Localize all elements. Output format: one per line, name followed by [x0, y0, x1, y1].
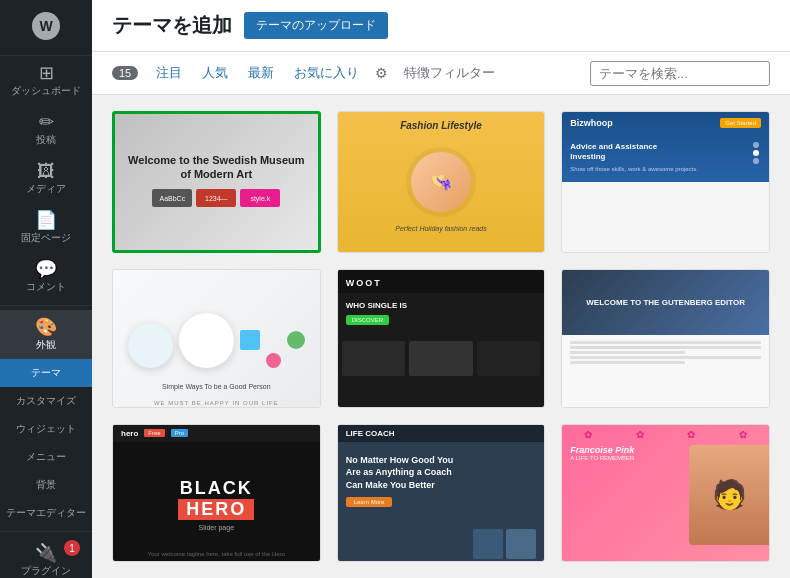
biz-subtext: Show off those skills, work & awesome pr…: [570, 166, 761, 172]
biz-nav-dots: [753, 142, 759, 164]
feature-filter-label[interactable]: 特徴フィルター: [396, 60, 503, 86]
woot-product-2: [409, 341, 473, 376]
tt-color-bars: AaBbCc 1234— style.k: [127, 189, 306, 207]
theme-card-freesia[interactable]: Simple Ways To be a Good Person WE MUST …: [112, 269, 321, 407]
sidebar-item-pages[interactable]: 📄 固定ページ: [0, 203, 92, 252]
life-cta: Learn More: [346, 497, 393, 507]
search-input[interactable]: [590, 61, 770, 86]
sidebar-item-widgets[interactable]: ウィジェット: [0, 415, 92, 443]
pink-title: Francoise Pink: [570, 445, 634, 455]
life-headline: No Matter How Good YouAre as Anything a …: [346, 454, 537, 492]
woot-headline: WHO SINGLE IS: [346, 301, 537, 310]
woot-cta: DISCOVER: [346, 315, 389, 325]
pink-tagline: A LIFE TO REMEMBER: [570, 455, 634, 461]
woot-hero: WHO SINGLE IS DISCOVER: [338, 293, 545, 333]
sidebar-label-theme-editor: テーマエディター: [6, 507, 86, 519]
woot-logo: WOOT: [346, 278, 382, 288]
hero-black-text: BLACK: [178, 478, 254, 499]
theme-card-hero[interactable]: hero Free Pro BLACK HERO Slider page You…: [112, 424, 321, 562]
theme-card-woot[interactable]: WOOT WHO SINGLE IS DISCOVER WOOT: [337, 269, 546, 407]
theme-thumb-biz: Bizwhoop Get Started Advice and Assistan…: [562, 112, 769, 252]
sidebar-item-theme[interactable]: テーマ: [0, 359, 92, 387]
theme-card-life[interactable]: LIFE COACH No Matter How Good YouAre as …: [337, 424, 546, 562]
hero-tag-2: Pro: [171, 429, 188, 437]
hero-nav: hero Free Pro: [113, 425, 320, 442]
pages-icon: 📄: [35, 211, 57, 229]
sidebar-item-dashboard[interactable]: ⊞ ダッシュボード: [0, 56, 92, 105]
life-header: LIFE COACH: [338, 425, 545, 442]
tt-hero-text: Welcome to the Swedish Museum of Modern …: [127, 153, 306, 182]
theme-thumb-pink: ✿ ✿ ✿ ✿ Francoise Pink A LIFE TO REMEMBE…: [562, 425, 769, 562]
sidebar-item-appearance[interactable]: 🎨 外観: [0, 310, 92, 359]
sidebar-label-widgets: ウィジェット: [16, 423, 76, 435]
filter-tab-latest[interactable]: 最新: [240, 60, 282, 86]
emulsion-line-3: [570, 351, 684, 354]
theme-card-emulsion[interactable]: WELCOME TO THE GUTENBERG EDITOR emu: [561, 269, 770, 407]
hero-tag-1: Free: [144, 429, 164, 437]
sidebar-label-theme: テーマ: [31, 367, 61, 379]
sidebar-label-plugins: プラグイン: [21, 565, 71, 577]
biz-cta: Get Started: [720, 118, 761, 128]
sidebar-item-media[interactable]: 🖼 メディア: [0, 154, 92, 203]
wp-logo: W: [0, 0, 92, 56]
sidebar-item-posts[interactable]: ✏ 投稿: [0, 105, 92, 154]
life-images: [473, 529, 536, 559]
emulsion-line-2: [570, 346, 761, 349]
biz-header: Bizwhoop Get Started: [562, 112, 769, 134]
woot-product-3: [477, 341, 541, 376]
filter-tab-favorites[interactable]: お気に入り: [286, 60, 367, 86]
theme-count: 15: [112, 66, 138, 80]
sidebar-label-customize: カスタマイズ: [16, 395, 76, 407]
topbar: テーマを追加 テーマのアップロード: [92, 0, 790, 52]
theme-thumb-freesia: Simple Ways To be a Good Person WE MUST …: [113, 270, 320, 407]
theme-card-pink[interactable]: ✿ ✿ ✿ ✿ Francoise Pink A LIFE TO REMEMBE…: [561, 424, 770, 562]
sidebar-item-plugins[interactable]: 🔌 1 プラグイン: [0, 536, 92, 578]
woot-header: WOOT: [338, 270, 545, 293]
sidebar-label-posts: 投稿: [36, 134, 56, 146]
fashion-tagline: Perfect Holiday fashion reads: [338, 225, 545, 232]
freesia-shapes: [128, 313, 305, 368]
theme-card-biz[interactable]: Bizwhoop Get Started Advice and Assistan…: [561, 111, 770, 253]
emulsion-body: [562, 335, 769, 407]
freesia-footer: WE MUST BE HAPPY IN OUR LIFE: [154, 400, 279, 406]
tt-bar-3: style.k: [240, 189, 280, 207]
filter-tab-popular[interactable]: 人気: [194, 60, 236, 86]
biz-headline: Advice and AssistanceInvesting: [570, 142, 761, 163]
emulsion-hero: WELCOME TO THE GUTENBERG EDITOR: [562, 270, 769, 335]
sidebar-item-comments[interactable]: 💬 コメント: [0, 252, 92, 301]
sidebar-item-customize[interactable]: カスタマイズ: [0, 387, 92, 415]
emulsion-line-1: [570, 341, 761, 344]
pink-flower-2: ✿: [636, 429, 644, 440]
theme-grid: Welcome to the Swedish Museum of Modern …: [92, 95, 790, 578]
hero-main-text: BLACK HERO Slider page: [178, 478, 254, 531]
sidebar-label-appearance: 外観: [36, 339, 56, 351]
sidebar-label-pages: 固定ページ: [21, 232, 71, 244]
comments-icon: 💬: [35, 260, 57, 278]
theme-card-fashion[interactable]: Fashion Lifestyle 👒 Perfect Holiday fash…: [337, 111, 546, 253]
sidebar-item-menus[interactable]: メニュー: [0, 443, 92, 471]
hero-red-text: HERO: [178, 499, 254, 520]
biz-hero: Advice and AssistanceInvesting Show off …: [562, 134, 769, 180]
sidebar-label-media: メディア: [26, 183, 66, 195]
filterbar: 15 注目 人気 最新 お気に入り ⚙ 特徴フィルター: [92, 52, 790, 95]
freesia-tagline: Simple Ways To be a Good Person: [162, 383, 271, 390]
sidebar-item-background[interactable]: 背景: [0, 471, 92, 499]
upload-theme-button[interactable]: テーマのアップロード: [244, 12, 388, 39]
biz-logo: Bizwhoop: [570, 118, 613, 128]
fashion-circle: 👒: [406, 147, 476, 217]
sidebar-label-menus: メニュー: [26, 451, 66, 463]
emulsion-line-4: [570, 356, 761, 359]
theme-thumb-life: LIFE COACH No Matter How Good YouAre as …: [338, 425, 545, 562]
pink-text-overlay: Francoise Pink A LIFE TO REMEMBER: [570, 445, 634, 461]
sidebar-item-theme-editor[interactable]: テーマエディター: [0, 499, 92, 527]
pink-person: 🧑: [689, 445, 769, 545]
life-logo: LIFE COACH: [346, 429, 395, 438]
emulsion-lines: [570, 341, 761, 364]
filter-tab-featured[interactable]: 注目: [148, 60, 190, 86]
theme-card-twenty-twenty[interactable]: Welcome to the Swedish Museum of Modern …: [112, 111, 321, 253]
theme-thumb-hero: hero Free Pro BLACK HERO Slider page You…: [113, 425, 320, 562]
fashion-brand: Fashion Lifestyle: [338, 120, 545, 131]
woot-products: [338, 341, 545, 376]
theme-info-biz: Bizwhoop: [562, 252, 769, 253]
main-content: テーマを追加 テーマのアップロード 15 注目 人気 最新 お気に入り ⚙ 特徴…: [92, 0, 790, 578]
